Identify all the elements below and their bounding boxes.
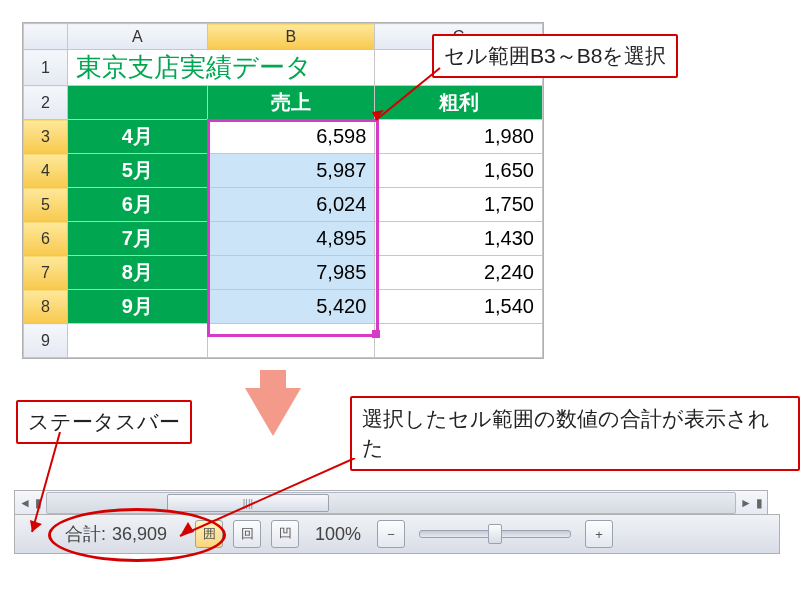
- cell-b3[interactable]: 6,598: [207, 120, 375, 154]
- cell-b5[interactable]: 6,024: [207, 188, 375, 222]
- page-icon: 回: [241, 525, 254, 543]
- cell-b4[interactable]: 5,987: [207, 154, 375, 188]
- table-row: 9: [24, 324, 543, 358]
- callout-selection: セル範囲B3～B8を選択: [432, 34, 678, 78]
- status-sum-value: 36,909: [112, 524, 167, 545]
- status-bar: 合計: 36,909 囲 回 凹 100% − +: [14, 514, 780, 554]
- cell-c8[interactable]: 1,540: [375, 290, 543, 324]
- zoom-out-button[interactable]: −: [377, 520, 405, 548]
- callout-statusbar: ステータスバー: [16, 400, 192, 444]
- cell-b7[interactable]: 7,985: [207, 256, 375, 290]
- tab-nav-next-icon[interactable]: ►: [740, 496, 752, 510]
- view-normal-button[interactable]: 囲: [195, 520, 223, 548]
- table-row: 4 5月 5,987 1,650: [24, 154, 543, 188]
- select-all-corner[interactable]: [24, 24, 68, 50]
- tab-split-icon[interactable]: ▮: [35, 496, 42, 510]
- row-header-7[interactable]: 7: [24, 256, 68, 290]
- zoom-slider[interactable]: [419, 530, 571, 538]
- row-header-5[interactable]: 5: [24, 188, 68, 222]
- down-arrow-icon: [260, 370, 286, 390]
- zoom-slider-thumb[interactable]: [488, 524, 502, 544]
- cell-a7[interactable]: 8月: [67, 256, 207, 290]
- row-header-1[interactable]: 1: [24, 50, 68, 86]
- horizontal-scrollbar[interactable]: ||||: [46, 492, 736, 514]
- col-header-a[interactable]: A: [67, 24, 207, 50]
- table-row: 2 売上 粗利: [24, 86, 543, 120]
- cell-a9[interactable]: [67, 324, 207, 358]
- cell-c6[interactable]: 1,430: [375, 222, 543, 256]
- cell-a4[interactable]: 5月: [67, 154, 207, 188]
- callout-sum: 選択したセル範囲の数値の合計が表示された: [350, 396, 800, 471]
- down-arrow-icon: [245, 388, 301, 436]
- plus-icon: +: [595, 527, 603, 542]
- cell-c3[interactable]: 1,980: [375, 120, 543, 154]
- cell-b9[interactable]: [207, 324, 375, 358]
- table-row: 6 7月 4,895 1,430: [24, 222, 543, 256]
- cell-a3[interactable]: 4月: [67, 120, 207, 154]
- status-sum-label: 合計:: [65, 522, 106, 546]
- cell-c2[interactable]: 粗利: [375, 86, 543, 120]
- cell-a1-title[interactable]: 東京支店実績データ: [67, 50, 374, 86]
- zoom-percent[interactable]: 100%: [315, 524, 361, 545]
- view-page-layout-button[interactable]: 回: [233, 520, 261, 548]
- cell-b6[interactable]: 4,895: [207, 222, 375, 256]
- row-header-9[interactable]: 9: [24, 324, 68, 358]
- grid-icon: 囲: [203, 525, 216, 543]
- cell-c9[interactable]: [375, 324, 543, 358]
- row-header-8[interactable]: 8: [24, 290, 68, 324]
- tab-nav-prev-icon[interactable]: ◄: [19, 496, 31, 510]
- cell-c7[interactable]: 2,240: [375, 256, 543, 290]
- zoom-in-button[interactable]: +: [585, 520, 613, 548]
- row-header-3[interactable]: 3: [24, 120, 68, 154]
- cell-a5[interactable]: 6月: [67, 188, 207, 222]
- cell-b8[interactable]: 5,420: [207, 290, 375, 324]
- row-header-4[interactable]: 4: [24, 154, 68, 188]
- cell-a2[interactable]: [67, 86, 207, 120]
- cell-c5[interactable]: 1,750: [375, 188, 543, 222]
- table-row: 7 8月 7,985 2,240: [24, 256, 543, 290]
- cell-a8[interactable]: 9月: [67, 290, 207, 324]
- table-row: 8 9月 5,420 1,540: [24, 290, 543, 324]
- scroll-thumb[interactable]: ||||: [167, 494, 329, 512]
- break-icon: 凹: [279, 525, 292, 543]
- table-row: 5 6月 6,024 1,750: [24, 188, 543, 222]
- view-page-break-button[interactable]: 凹: [271, 520, 299, 548]
- sheet-tab-area: ◄ ▮ |||| ► ▮: [14, 490, 768, 515]
- cell-c4[interactable]: 1,650: [375, 154, 543, 188]
- table-row: 3 4月 6,598 1,980: [24, 120, 543, 154]
- tab-split-icon[interactable]: ▮: [756, 496, 763, 510]
- row-header-6[interactable]: 6: [24, 222, 68, 256]
- cell-b2[interactable]: 売上: [207, 86, 375, 120]
- cell-a6[interactable]: 7月: [67, 222, 207, 256]
- col-header-b[interactable]: B: [207, 24, 375, 50]
- row-header-2[interactable]: 2: [24, 86, 68, 120]
- minus-icon: −: [387, 527, 395, 542]
